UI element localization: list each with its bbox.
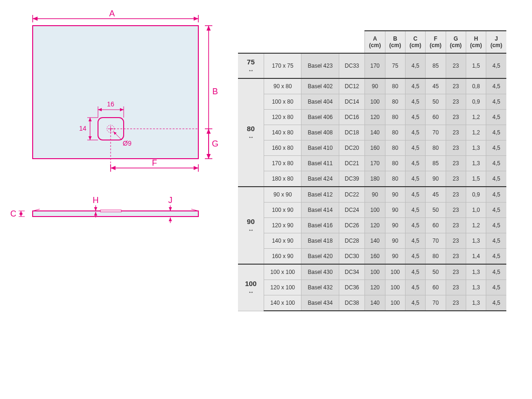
dim-C: 4,5 bbox=[405, 249, 425, 265]
size-cell: 100 x 80 bbox=[264, 94, 301, 110]
dim-F: 50 bbox=[426, 94, 446, 110]
code-cell: DC34 bbox=[339, 264, 364, 280]
dim-A: 140 bbox=[365, 125, 385, 140]
dim-J: 4,5 bbox=[486, 78, 506, 94]
dim-label-A: A bbox=[109, 9, 115, 18]
dim-F: 60 bbox=[426, 218, 446, 233]
table-row: 80↔90 x 80Basel 402DC1290804,545230,84,5 bbox=[238, 78, 506, 94]
dim-A: 100 bbox=[365, 203, 385, 218]
size-cell: 160 x 90 bbox=[264, 249, 301, 265]
svg-rect-3 bbox=[33, 26, 198, 159]
dim-J: 4,5 bbox=[486, 110, 506, 125]
svg-rect-28 bbox=[100, 210, 121, 212]
table-row: 160 x 80Basel 410DC20160804,580231,34,5 bbox=[238, 140, 506, 156]
table-row: 140 x 80Basel 408DC18140804,570231,24,5 bbox=[238, 125, 506, 140]
dim-B: 90 bbox=[385, 233, 405, 249]
dim-A: 140 bbox=[365, 233, 385, 249]
dim-B: 90 bbox=[385, 187, 405, 203]
dim-B: 80 bbox=[385, 110, 405, 125]
model-cell: Basel 410 bbox=[301, 140, 339, 156]
dim-F: 70 bbox=[426, 295, 446, 311]
dim-F: 90 bbox=[426, 171, 446, 187]
dim-C: 4,5 bbox=[405, 94, 425, 110]
dim-B: 80 bbox=[385, 125, 405, 140]
dim-A: 120 bbox=[365, 110, 385, 125]
dim-F: 50 bbox=[426, 264, 446, 280]
table-row: 100 x 80Basel 404DC14100804,550230,94,5 bbox=[238, 94, 506, 110]
dim-J: 4,5 bbox=[486, 203, 506, 218]
model-cell: Basel 402 bbox=[301, 78, 339, 94]
dim-A: 120 bbox=[365, 280, 385, 295]
dim-H: 1,3 bbox=[466, 156, 486, 171]
table-row: 140 x 90Basel 418DC28140904,570231,34,5 bbox=[238, 233, 506, 249]
dim-J: 4,5 bbox=[486, 295, 506, 311]
dim-H: 1,3 bbox=[466, 233, 486, 249]
dim-G: 23 bbox=[446, 233, 466, 249]
dim-G: 23 bbox=[446, 171, 466, 187]
spec-table: A (cm) B (cm) C (cm) F (cm) G (cm) H (cm… bbox=[238, 30, 506, 311]
table-row: 120 x 100Basel 432DC361201004,560231,34,… bbox=[238, 280, 506, 295]
dim-F: 60 bbox=[426, 280, 446, 295]
table-row: 160 x 90Basel 420DC30160904,580231,44,5 bbox=[238, 249, 506, 265]
size-cell: 140 x 80 bbox=[264, 125, 301, 140]
dim-C: 4,5 bbox=[405, 187, 425, 203]
size-cell: 170 x 80 bbox=[264, 156, 301, 171]
dim-label-G: G bbox=[212, 139, 218, 148]
size-cell: 120 x 90 bbox=[264, 218, 301, 233]
dim-F: 85 bbox=[426, 53, 446, 78]
code-cell: DC38 bbox=[339, 295, 364, 311]
group-width: 75↔ bbox=[238, 53, 264, 78]
dim-F: 70 bbox=[426, 125, 446, 140]
col-A: A (cm) bbox=[365, 31, 385, 53]
dimensions-table: A (cm) B (cm) C (cm) F (cm) G (cm) H (cm… bbox=[238, 30, 506, 311]
model-cell: Basel 412 bbox=[301, 187, 339, 203]
size-cell: 140 x 100 bbox=[264, 295, 301, 311]
code-cell: DC22 bbox=[339, 187, 364, 203]
dim-label-C: C bbox=[10, 209, 16, 218]
dim-J: 4,5 bbox=[486, 280, 506, 295]
model-cell: Basel 404 bbox=[301, 94, 339, 110]
dim-H: 0,8 bbox=[466, 78, 486, 94]
size-cell: 90 x 90 bbox=[264, 187, 301, 203]
size-cell: 100 x 90 bbox=[264, 203, 301, 218]
technical-drawing: A B 16 14 Ø9 G bbox=[7, 9, 231, 229]
dim-G: 23 bbox=[446, 264, 466, 280]
dim-B: 100 bbox=[385, 264, 405, 280]
dim-J: 4,5 bbox=[486, 140, 506, 156]
dim-label-H: H bbox=[93, 196, 99, 205]
size-cell: 100 x 100 bbox=[264, 264, 301, 280]
code-cell: DC21 bbox=[339, 156, 364, 171]
size-cell: 180 x 80 bbox=[264, 171, 301, 187]
dim-B: 80 bbox=[385, 94, 405, 110]
model-cell: Basel 414 bbox=[301, 203, 339, 218]
dim-B: 100 bbox=[385, 280, 405, 295]
dim-H: 1,0 bbox=[466, 203, 486, 218]
col-F: F (cm) bbox=[426, 31, 446, 53]
size-cell: 120 x 80 bbox=[264, 110, 301, 125]
table-row: 90↔90 x 90Basel 412DC2290904,545230,94,5 bbox=[238, 187, 506, 203]
dim-J: 4,5 bbox=[486, 249, 506, 265]
dim-J: 4,5 bbox=[486, 218, 506, 233]
dim-H: 1,3 bbox=[466, 280, 486, 295]
size-cell: 140 x 90 bbox=[264, 233, 301, 249]
dim-A: 140 bbox=[365, 295, 385, 311]
dim-J: 4,5 bbox=[486, 171, 506, 187]
dim-C: 4,5 bbox=[405, 233, 425, 249]
dim-C: 4,5 bbox=[405, 280, 425, 295]
dim-H: 1,5 bbox=[466, 171, 486, 187]
model-cell: Basel 418 bbox=[301, 233, 339, 249]
dim-H: 1,5 bbox=[466, 53, 486, 78]
code-cell: DC39 bbox=[339, 171, 364, 187]
dim-B: 75 bbox=[385, 53, 405, 78]
model-cell: Basel 420 bbox=[301, 249, 339, 265]
dim-B: 80 bbox=[385, 171, 405, 187]
code-cell: DC36 bbox=[339, 280, 364, 295]
dim-label-B: B bbox=[212, 87, 218, 96]
dim-B: 90 bbox=[385, 249, 405, 265]
col-G: G (cm) bbox=[446, 31, 466, 53]
dim-A: 120 bbox=[365, 218, 385, 233]
model-cell: Basel 423 bbox=[301, 53, 339, 78]
group-width: 100↔ bbox=[238, 264, 264, 311]
dim-B: 90 bbox=[385, 203, 405, 218]
size-cell: 160 x 80 bbox=[264, 140, 301, 156]
